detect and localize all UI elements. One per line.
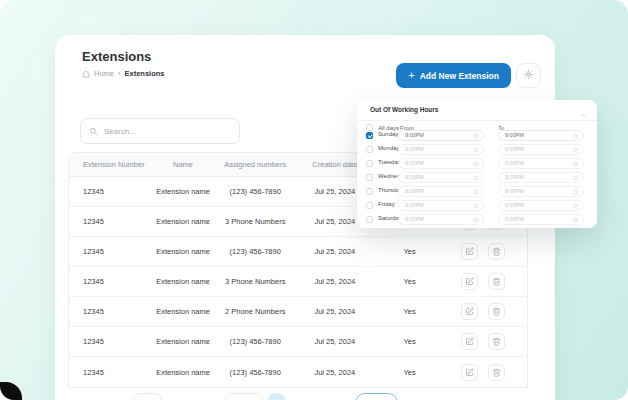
out-of-working-hours-popup: Out Of Working Hours All days From To Su… [357,100,597,228]
chevron-right-icon: › [118,69,121,78]
day-row-sunday: Sunday 9:00PM 9:00PM [357,128,597,142]
cell-status: Yes [380,337,440,346]
cell-assigned: 2 Phone Numbers [220,307,290,316]
from-time-field[interactable]: 9:00PM [398,200,484,211]
edit-button[interactable] [461,333,478,350]
cell-extension-number: 12345 [69,247,146,256]
header-name: Name [146,160,221,169]
cell-assigned: (123) 456-7890 [220,187,290,196]
cell-extension-number: 12345 [69,217,146,226]
corner-decoration [0,382,22,400]
pagination-button-prev[interactable] [133,393,162,400]
cell-status: Yes [380,368,440,377]
delete-button[interactable] [488,364,505,381]
search-icon [89,122,98,140]
edit-button[interactable] [461,273,478,290]
cell-assigned: (123) 456-7890 [220,247,290,256]
cell-assigned: 3 Phone Numbers [220,277,290,286]
plus-icon: + [408,70,414,81]
breadcrumb: Home › Extensions [82,69,165,78]
search-input[interactable] [104,127,231,136]
from-time-field[interactable]: 9:00PM [398,186,484,197]
search-box [80,118,240,144]
cell-name: Extension name [146,368,221,377]
cell-extension-number: 12345 [69,337,146,346]
table-row: 12345 Extension name (123) 456-7890 Jul … [69,357,527,387]
clock-icon [573,147,579,154]
delete-button[interactable] [488,273,505,290]
edit-button[interactable] [461,364,478,381]
day-row-tuesday: Tuesday 9:00PM 9:00PM [357,156,597,170]
cell-assigned: (123) 456-7890 [220,368,290,377]
edit-button[interactable] [461,303,478,320]
add-new-extension-label: Add New Extension [420,71,499,81]
clock-icon [473,203,479,210]
cell-name: Extension name [146,277,221,286]
clock-icon [473,175,479,182]
clock-icon [473,147,479,154]
day-checkbox[interactable] [366,216,373,223]
cell-assigned: (123) 456-7890 [220,337,290,346]
day-checkbox[interactable] [366,174,373,181]
home-icon [82,70,90,78]
clock-icon [573,189,579,196]
settings-button[interactable] [516,63,541,88]
cell-name: Extension name [146,307,221,316]
cell-extension-number: 12345 [69,307,146,316]
cell-assigned: 3 Phone Numbers [220,217,290,226]
day-checkbox[interactable] [366,160,373,167]
to-time-field[interactable]: 9:00PM [498,200,584,211]
clock-icon [573,161,579,168]
to-time-field[interactable]: 9:00PM [498,172,584,183]
to-time-field[interactable]: 9:00PM [498,158,584,169]
cell-extension-number: 12345 [69,368,146,377]
divider [357,120,597,121]
table-row: 12345 Extension name 3 Phone Numbers Jul… [69,267,527,297]
cell-status: Yes [380,307,440,316]
clock-icon [473,161,479,168]
table-row: 12345 Extension name (123) 456-7890 Jul … [69,327,527,357]
day-label: Monday [378,145,399,151]
cell-date: Jul 25, 2024 [290,247,380,256]
from-time-field[interactable]: 9:00PM [398,158,484,169]
delete-button[interactable] [488,303,505,320]
to-time-field[interactable]: 9:00PM [498,186,584,197]
from-time-field[interactable]: 9:00PM [398,172,484,183]
to-time-field[interactable]: 9:00PM [498,130,584,141]
cell-date: Jul 25, 2024 [290,368,380,377]
day-label: Sunday [378,131,398,137]
to-time-field[interactable]: 9:00PM [498,214,584,225]
day-checkbox[interactable] [366,132,373,139]
clock-icon [573,203,579,210]
pagination-button-next[interactable] [355,393,398,400]
cell-date: Jul 25, 2024 [290,277,380,286]
edit-button[interactable] [461,243,478,260]
clock-icon [473,189,479,196]
to-time-field[interactable]: 9:00PM [498,144,584,155]
table-row: 12345 Extension name (123) 456-7890 Jul … [69,237,527,267]
day-checkbox[interactable] [366,188,373,195]
header-assigned-numbers: Assigned numbers [220,160,290,169]
cell-name: Extension name [146,217,221,226]
breadcrumb-home[interactable]: Home [94,69,114,78]
cell-name: Extension name [146,337,221,346]
day-row-monday: Monday 9:00PM 9:00PM [357,142,597,156]
cell-name: Extension name [146,187,221,196]
delete-button[interactable] [488,243,505,260]
clock-icon [573,217,579,224]
from-time-field[interactable]: 9:00PM [398,144,484,155]
clock-icon [473,133,479,140]
page-title: Extensions [82,49,151,64]
from-time-field[interactable]: 9:00PM [398,214,484,225]
cell-date: Jul 25, 2024 [290,307,380,316]
day-row-friday: Friday 9:00PM 9:00PM [357,198,597,212]
gear-icon [523,68,534,83]
day-checkbox[interactable] [366,202,373,209]
table-row: 12345 Extension name 2 Phone Numbers Jul… [69,297,527,327]
delete-button[interactable] [488,333,505,350]
day-checkbox[interactable] [366,146,373,153]
from-time-field[interactable]: 9:00PM [398,130,484,141]
pagination-page-active[interactable] [268,393,285,400]
add-new-extension-button[interactable]: + Add New Extension [396,63,511,88]
pagination-button[interactable] [225,393,263,400]
